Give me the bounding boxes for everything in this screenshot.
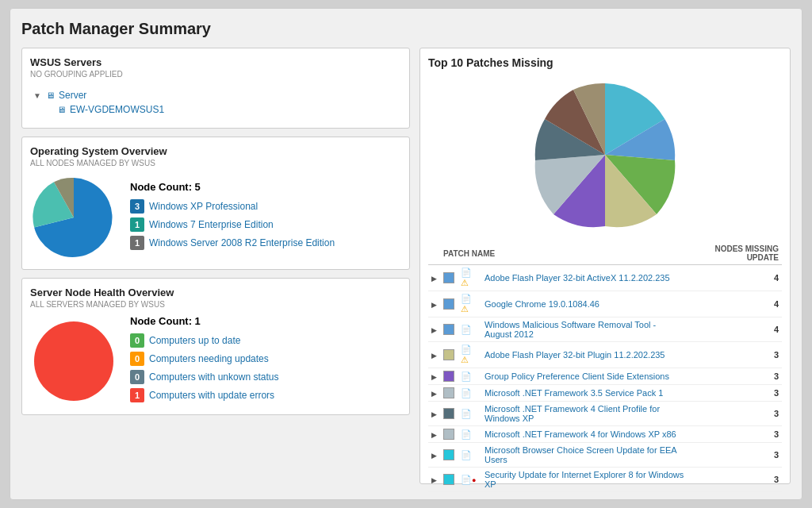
- patch-doc-icon: 📄: [461, 294, 472, 303]
- patch-warning-icon: ⚠: [461, 278, 469, 287]
- tree-server-item[interactable]: ▼ 🖥 Server: [30, 88, 401, 102]
- patch-name-link-9[interactable]: Security Update for Internet Explorer 8 …: [485, 470, 684, 489]
- patch-expand-icon[interactable]: ▶: [431, 476, 437, 484]
- patches-table: PATCH NAME NODES MISSING UPDATE ▶📄⚠Adobe…: [428, 242, 782, 492]
- patch-nodes-count-4: 3: [688, 368, 782, 385]
- patch-expand-icon[interactable]: ▶: [431, 410, 437, 418]
- health-label-1[interactable]: Computers needing updates: [149, 353, 269, 364]
- legend-label-1[interactable]: Windows 7 Enterprise Edition: [149, 219, 274, 230]
- patch-name-link-1[interactable]: Google Chrome 19.0.1084.46: [485, 299, 599, 309]
- header-patch-name: PATCH NAME: [440, 242, 688, 265]
- patch-color-box-0: [443, 272, 454, 283]
- patch-error-icon: ●: [472, 476, 476, 484]
- content-row: WSUS Servers NO GROUPING APPLIED ▼ 🖥 Ser…: [21, 48, 791, 484]
- wsus-tree: ▼ 🖥 Server 🖥 EW-VGDEMOWSUS1: [30, 85, 401, 120]
- patch-nodes-count-0: 4: [688, 265, 782, 291]
- patch-name-link-6[interactable]: Microsoft .NET Framework 4 Client Profil…: [485, 404, 660, 423]
- legend-badge-0: 3: [130, 199, 144, 214]
- patch-row-0[interactable]: ▶📄⚠Adobe Flash Player 32-bit ActiveX 11.…: [428, 265, 782, 291]
- health-node-count: Node Count: 1: [130, 315, 401, 327]
- patch-row-5[interactable]: ▶📄Microsoft .NET Framework 3.5 Service P…: [428, 385, 782, 402]
- tree-child-item[interactable]: 🖥 EW-VGDEMOWSUS1: [30, 102, 401, 117]
- legend-label-2[interactable]: Windows Server 2008 R2 Enterprise Editio…: [149, 237, 335, 248]
- patch-expand-icon[interactable]: ▶: [431, 301, 437, 309]
- patch-row-3[interactable]: ▶📄⚠Adobe Flash Player 32-bit Plugin 11.2…: [428, 342, 782, 368]
- health-label-3[interactable]: Computers with update errors: [149, 390, 274, 401]
- patch-doc-icon: 📄: [461, 371, 472, 381]
- patch-color-box-6: [443, 408, 454, 419]
- patch-nodes-count-9: 3: [688, 468, 782, 492]
- patches-table-header: PATCH NAME NODES MISSING UPDATE: [428, 242, 782, 265]
- wsus-panel: WSUS Servers NO GROUPING APPLIED ▼ 🖥 Ser…: [21, 48, 410, 129]
- patch-expand-icon[interactable]: ▶: [431, 275, 437, 283]
- legend-label-0[interactable]: Windows XP Professional: [149, 201, 258, 212]
- os-overview-panel: Operating System Overview ALL NODES MANA…: [21, 137, 410, 270]
- patch-expand-icon[interactable]: ▶: [431, 373, 437, 381]
- patch-name-link-2[interactable]: Windows Malicious Software Removal Tool …: [485, 320, 656, 339]
- health-pie-chart: [30, 318, 117, 405]
- patch-doc-icon: 📄: [461, 409, 472, 418]
- patch-nodes-count-8: 3: [688, 443, 782, 468]
- patch-nodes-count-3: 3: [688, 342, 782, 368]
- health-badge-1: 0: [130, 352, 144, 366]
- patch-name-link-7[interactable]: Microsoft .NET Framework 4 for Windows X…: [485, 429, 676, 439]
- patch-expand-icon[interactable]: ▶: [431, 390, 437, 398]
- tree-expand-arrow[interactable]: ▼: [33, 91, 41, 99]
- health-label-0[interactable]: Computers up to date: [149, 335, 240, 346]
- os-panel-title: Operating System Overview: [30, 145, 401, 157]
- patch-name-link-3[interactable]: Adobe Flash Player 32-bit Plugin 11.2.20…: [485, 350, 665, 360]
- legend-item-1: 1 Windows 7 Enterprise Edition: [130, 217, 335, 232]
- patch-expand-icon[interactable]: ▶: [431, 352, 437, 360]
- header-nodes-missing: NODES MISSING UPDATE: [688, 242, 782, 265]
- page-title: Patch Manager Summary: [21, 20, 791, 38]
- server-child-link[interactable]: EW-VGDEMOWSUS1: [70, 104, 164, 115]
- patch-doc-icon: 📄: [461, 429, 472, 439]
- wsus-panel-subtitle: NO GROUPING APPLIED: [30, 70, 401, 79]
- legend-badge-2: 1: [130, 236, 144, 250]
- health-label-2[interactable]: Computers with unkown status: [149, 371, 278, 383]
- top-patches-pie: [526, 75, 684, 234]
- health-badge-0: 0: [130, 333, 144, 348]
- health-panel-subtitle: ALL SERVERS MANAGED BY WSUS: [30, 300, 401, 309]
- health-badge-2: 0: [130, 370, 144, 384]
- patch-name-link-0[interactable]: Adobe Flash Player 32-bit ActiveX 11.2.2…: [485, 273, 670, 283]
- header-expand: [428, 242, 440, 265]
- patch-row-1[interactable]: ▶📄⚠Google Chrome 19.0.1084.464: [428, 291, 782, 318]
- patch-name-link-5[interactable]: Microsoft .NET Framework 3.5 Service Pac…: [485, 388, 663, 398]
- patch-color-box-1: [443, 298, 454, 310]
- patch-color-box-4: [443, 371, 454, 382]
- health-content: Node Count: 1 0 Computers up to date 0 C…: [30, 315, 401, 406]
- server-health-panel: Server Node Health Overview ALL SERVERS …: [21, 278, 410, 415]
- patch-color-box-2: [443, 324, 454, 335]
- patch-row-7[interactable]: ▶📄Microsoft .NET Framework 4 for Windows…: [428, 426, 782, 443]
- main-container: Patch Manager Summary WSUS Servers NO GR…: [10, 8, 802, 500]
- patch-expand-icon[interactable]: ▶: [431, 326, 437, 334]
- patch-row-6[interactable]: ▶📄Microsoft .NET Framework 4 Client Prof…: [428, 402, 782, 426]
- health-legend-item-2: 0 Computers with unkown status: [130, 370, 401, 384]
- right-column: Top 10 Patches Missing: [419, 48, 791, 484]
- patch-color-box-5: [443, 387, 454, 398]
- patch-doc-icon: 📄: [461, 388, 472, 398]
- os-overview-content: Node Count: 5 3 Windows XP Professional …: [30, 174, 401, 261]
- health-legend-item-1: 0 Computers needing updates: [130, 352, 401, 366]
- patch-warning-icon: ⚠: [461, 304, 469, 314]
- server-child-icon: 🖥: [56, 104, 67, 115]
- patch-row-4[interactable]: ▶📄Group Policy Preference Client Side Ex…: [428, 368, 782, 385]
- legend-item-2: 1 Windows Server 2008 R2 Enterprise Edit…: [130, 236, 335, 250]
- patch-nodes-count-5: 3: [688, 385, 782, 402]
- patch-expand-icon[interactable]: ▶: [431, 452, 437, 460]
- patch-name-link-8[interactable]: Microsoft Browser Choice Screen Update f…: [485, 445, 676, 464]
- top-patches-title: Top 10 Patches Missing: [428, 56, 782, 69]
- patch-color-box-8: [443, 449, 454, 460]
- patch-row-2[interactable]: ▶📄Windows Malicious Software Removal Too…: [428, 318, 782, 342]
- patch-expand-icon[interactable]: ▶: [431, 431, 437, 439]
- wsus-panel-title: WSUS Servers: [30, 56, 401, 68]
- patch-row-8[interactable]: ▶📄Microsoft Browser Choice Screen Update…: [428, 443, 782, 468]
- patch-name-link-4[interactable]: Group Policy Preference Client Side Exte…: [485, 371, 669, 381]
- legend-item-0: 3 Windows XP Professional: [130, 199, 335, 214]
- os-legend: Node Count: 5 3 Windows XP Professional …: [130, 181, 335, 254]
- server-link[interactable]: Server: [59, 90, 86, 101]
- patch-doc-icon: 📄: [461, 325, 472, 334]
- patch-row-9[interactable]: ▶📄●Security Update for Internet Explorer…: [428, 468, 782, 492]
- os-panel-subtitle: ALL NODES MANAGED BY WSUS: [30, 159, 401, 167]
